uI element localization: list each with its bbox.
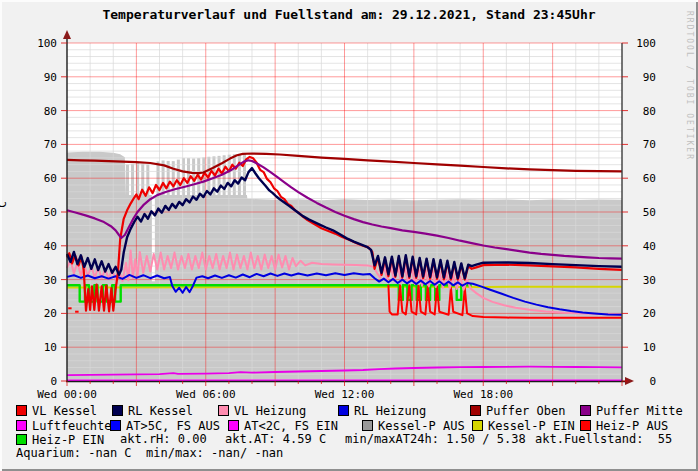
svg-text:100: 100 <box>37 37 57 50</box>
legend-item-min-maxat24h-1-50-5-38: min/maxAT24h: 1.50 / 5.38 <box>345 433 526 445</box>
rrdtool-watermark: RRDTOOL / TOBI OETIKER <box>685 11 694 161</box>
svg-text:40: 40 <box>643 240 656 253</box>
temperature-chart: 0010102020303040405050606070708080909010… <box>0 0 698 402</box>
legend-swatch <box>470 405 481 416</box>
x-tick-label: Wed 18:00 <box>453 388 513 401</box>
legend-item-kessel-p-ein: Kessel-P EIN <box>472 419 575 432</box>
svg-text:20: 20 <box>643 307 656 320</box>
svg-text:50: 50 <box>643 206 656 219</box>
legend-item-at-2c-fs-ein: AT<2C, FS EIN <box>228 419 338 432</box>
legend-item-vl-heizung: VL Heizung <box>218 404 306 417</box>
legend-item-akt-fuellstand-55: akt.Fuellstand: 55 <box>535 433 672 445</box>
legend-item-heiz-p-ein: Heiz-P EIN <box>16 433 104 446</box>
y-axis-unit-label: C <box>0 201 9 208</box>
svg-text:60: 60 <box>643 172 656 185</box>
svg-text:80: 80 <box>44 105 57 118</box>
svg-text:0: 0 <box>649 375 656 388</box>
legend-item-rl-heizung: RL Heizung <box>338 404 426 417</box>
rrdtool-graph: Temperaturverlauf und Fuellstand am: 29.… <box>0 0 698 471</box>
svg-text:10: 10 <box>643 341 656 354</box>
legend-swatch <box>580 420 591 431</box>
legend-swatch <box>16 420 27 431</box>
legend-item-heiz-p-aus: Heiz-P AUS <box>580 419 668 432</box>
legend-swatch <box>110 420 121 431</box>
legend-item-puffer-oben: Puffer Oben <box>470 404 565 417</box>
legend-swatch <box>338 405 349 416</box>
legend-item-kessel-p-aus: Kessel-P AUS <box>362 419 465 432</box>
svg-text:30: 30 <box>44 274 57 287</box>
legend-item-akt-rh-0-00: akt.rH: 0.00 <box>120 433 207 445</box>
svg-text:40: 40 <box>44 240 57 253</box>
x-tick-label: Wed 00:00 <box>37 388 97 401</box>
legend-swatch <box>228 420 239 431</box>
legend-item-luftfeuchte: Luftfeuchte <box>16 419 111 432</box>
svg-text:90: 90 <box>643 71 656 84</box>
legend-item-rl-kessel: RL Kessel <box>112 404 193 417</box>
svg-text:10: 10 <box>44 341 57 354</box>
svg-text:30: 30 <box>643 274 656 287</box>
legend-swatch <box>362 420 373 431</box>
legend-swatch <box>16 434 27 445</box>
x-tick-label: Wed 12:00 <box>315 388 375 401</box>
svg-text:70: 70 <box>44 138 57 151</box>
x-tick-label: Wed 06:00 <box>176 388 236 401</box>
svg-text:80: 80 <box>643 105 656 118</box>
svg-text:0: 0 <box>50 375 57 388</box>
svg-text:70: 70 <box>643 138 656 151</box>
series-kessel-p-ein <box>67 287 622 288</box>
legend-swatch <box>16 405 27 416</box>
legend-item-vl-kessel: VL Kessel <box>16 404 97 417</box>
legend-item-akt-at-4-59-c: akt.AT: 4.59 C <box>225 433 326 445</box>
legend-item-aquarium-nan-c-min-max-nan-nan: Aquarium: -nan C min/max: -nan/ -nan <box>16 447 283 459</box>
svg-text:50: 50 <box>44 206 57 219</box>
svg-text:20: 20 <box>44 307 57 320</box>
y-axis-arrow <box>63 30 71 39</box>
legend-swatch <box>218 405 229 416</box>
legend-item-puffer-mitte: Puffer Mitte <box>580 404 683 417</box>
legend-swatch <box>580 405 591 416</box>
legend-swatch <box>112 405 123 416</box>
svg-text:90: 90 <box>44 71 57 84</box>
svg-text:100: 100 <box>636 37 656 50</box>
legend-item-at-5c-fs-aus: AT>5C, FS AUS <box>110 419 220 432</box>
legend-swatch <box>472 420 483 431</box>
svg-text:60: 60 <box>44 172 57 185</box>
